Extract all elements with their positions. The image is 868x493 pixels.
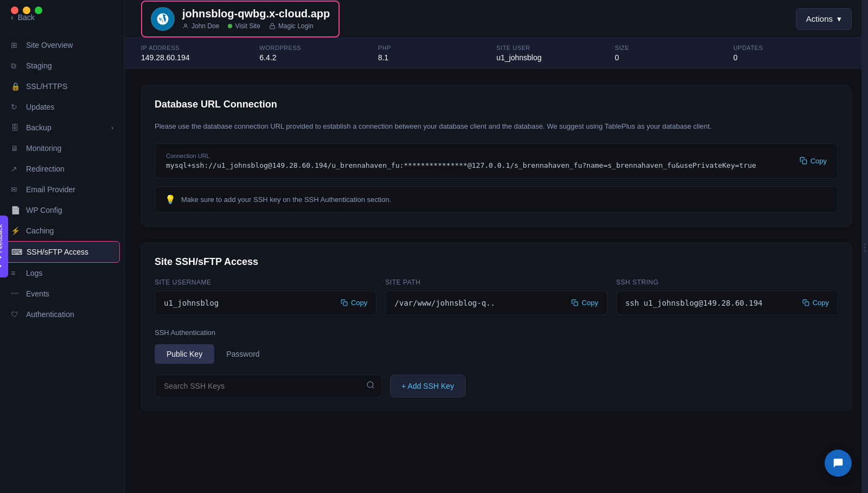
search-icon [366,381,375,391]
ssh-col-path-label: Site Path [385,279,607,286]
info-value: 6.4.2 [259,53,378,62]
info-value: 149.28.60.194 [141,53,259,62]
sidebar-item-label: Events [26,289,49,298]
ssh-col-username-label: Site Username [155,279,376,286]
grid-icon: ⊞ [11,41,20,49]
tab-password[interactable]: Password [214,344,271,364]
list-icon: ≡ [11,269,20,277]
info-updates: UPDATES 0 [733,45,852,62]
nav-item-ssh-sftp-access[interactable]: ⌨ SSH/sFTP Access [4,241,120,263]
redirect-icon: ↗ [11,165,20,173]
copy-connection-url-button[interactable]: Copy [800,157,827,165]
info-label: IP ADDRESS [141,45,259,51]
connection-url-value: mysql+ssh://u1_johnsblog@149.28.60.194/u… [166,161,756,169]
nav-item-events[interactable]: 〰 Events [0,283,124,304]
nav-item-redirection[interactable]: ↗ Redirection [0,159,124,179]
svg-point-8 [864,244,866,245]
magic-login-label: Magic Login [278,22,314,30]
site-info: johnsblog-qwbg.x-cloud.app John Doe Visi… [182,8,330,30]
info-bar: IP ADDRESS 149.28.60.194 WORDPRESS 6.4.2… [125,38,868,69]
copy-path-button[interactable]: Copy [571,299,598,307]
ssh-sftp-section: Site SSH/sFTP Access Site Username Site … [141,243,852,411]
info-wordpress: WORDPRESS 6.4.2 [259,45,378,62]
copy-ssh-string-button[interactable]: Copy [802,299,829,307]
minimize-window-control[interactable] [23,7,30,14]
close-window-control[interactable] [11,7,18,14]
connection-url-info: Connection URL mysql+ssh://u1_johnsblog@… [166,153,756,169]
info-ip-address: IP ADDRESS 149.28.60.194 [141,45,259,62]
maximize-window-control[interactable] [35,7,42,14]
search-ssh-input[interactable] [155,375,382,397]
ssh-string-field: ssh u1_johnsblog@149.28.60.194 Copy [616,290,838,315]
layers-icon: ⧉ [11,61,20,70]
add-ssh-button[interactable]: + Add SSH Key [390,375,465,397]
svg-point-10 [864,250,866,252]
nav-item-logs[interactable]: ≡ Logs [0,263,124,283]
feedback-tab[interactable]: ✦ ✦ Feedback [0,216,8,277]
sidebar-item-label: Redirection [26,165,65,173]
hint-text: Make sure to add your SSH key on the SSH… [181,195,391,204]
nav-item-wp-config[interactable]: 📄 WP Config [0,200,124,220]
activity-icon: 〰 [11,289,20,298]
chevron-right-icon: › [111,124,113,131]
sidebar-item-label: WP Config [26,206,62,214]
window-controls [11,7,42,14]
ssh-grid-header: Site Username Site Path SSH String [155,279,838,286]
nav-item-staging[interactable]: ⧉ Staging [0,55,124,76]
terminal-icon: ⌨ [11,248,20,256]
ssh-col-string-label: SSH String [616,279,838,286]
tab-public-key-label: Public Key [167,350,202,358]
resize-handle[interactable] [861,0,868,493]
nav-item-ssl-https[interactable]: 🔒 SSL/HTTPS [0,76,124,97]
nav-item-updates[interactable]: ↻ Updates [0,97,124,117]
magic-login-meta[interactable]: Magic Login [269,22,314,30]
site-header: johnsblog-qwbg.x-cloud.app John Doe Visi… [125,0,868,38]
visit-site-label: Visit Site [235,22,260,30]
ssh-section-title: Site SSH/sFTP Access [155,256,838,268]
connection-url-label: Connection URL [166,153,756,159]
info-label: PHP [378,45,496,51]
db-description: Please use the database connection URL p… [155,121,838,132]
search-ssh-wrapper [155,375,382,397]
chat-bubble[interactable] [825,450,852,477]
feedback-label: ✦ Feedback [0,224,4,260]
nav-item-site-overview[interactable]: ⊞ Site Overview [0,35,124,55]
copy-label: Copy [810,157,827,165]
svg-rect-3 [802,160,807,165]
sidebar-item-label: SSL/HTTPS [26,82,67,91]
tab-password-label: Password [226,350,259,358]
actions-button[interactable]: Actions ▾ [796,8,852,30]
monitor-icon: 🖥 [11,144,20,153]
site-meta: John Doe Visit Site Magic Login [182,22,330,30]
tab-public-key[interactable]: Public Key [155,344,214,364]
sidebar-item-label: Staging [26,61,52,70]
nav-item-backup[interactable]: 🗄 Backup › [0,117,124,138]
copy-label: Copy [351,299,367,307]
copy-username-button[interactable]: Copy [341,299,367,307]
info-label: SITE USER [496,45,615,51]
sidebar-item-label: Updates [26,103,54,111]
info-value: 0 [733,53,852,62]
connection-url-box: Connection URL mysql+ssh://u1_johnsblog@… [155,143,838,179]
shield-check-icon: 🛡 [11,310,20,319]
nav-item-caching[interactable]: ⚡ Caching [0,220,124,241]
ssh-grid: u1_johnsblog Copy /var/www/johnsblog-q..… [155,290,838,315]
visit-site-meta[interactable]: Visit Site [228,22,260,30]
header-user: John Doe [192,22,219,30]
svg-point-1 [184,24,187,26]
page-content: Database URL Connection Please use the d… [125,69,868,493]
nav-item-authentication[interactable]: 🛡 Authentication [0,304,124,325]
info-php: PHP 8.1 [378,45,496,62]
ssh-string-value: ssh u1_johnsblog@149.28.60.194 [626,299,763,307]
add-ssh-label: + Add SSH Key [401,382,454,390]
copy-label: Copy [582,299,598,307]
sidebar-item-label: Monitoring [26,144,61,153]
nav-item-monitoring[interactable]: 🖥 Monitoring [0,138,124,159]
zap-icon: ⚡ [11,226,20,235]
main-content: johnsblog-qwbg.x-cloud.app John Doe Visi… [125,0,868,493]
nav-item-email-provider[interactable]: ✉ Email Provider [0,179,124,200]
shield-icon: 🔒 [11,82,20,91]
back-label: Back [18,13,35,22]
site-name: johnsblog-qwbg.x-cloud.app [182,8,330,20]
info-size: SIZE 0 [615,45,733,62]
